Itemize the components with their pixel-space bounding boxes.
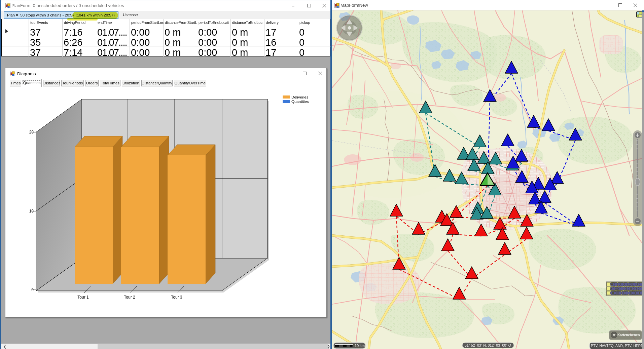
svg-text:51° 52´ 03″ N, 012° 03´ 00″ O: 51° 52´ 03″ N, 012° 03´ 00″ O — [465, 343, 511, 347]
svg-text:10 km: 10 km — [355, 344, 365, 348]
svg-text:PTV, NAVTEQ, AND, PTV, HERE: PTV, NAVTEQ, AND, PTV, HERE — [591, 344, 643, 348]
svg-text:Tour 3: Tour 3 — [171, 295, 182, 300]
svg-text:Tour 2: Tour 2 — [124, 295, 135, 300]
svg-text:Tour 1: Tour 1 — [77, 295, 89, 300]
svg-text:Deliveries: Deliveries — [291, 95, 309, 99]
svg-text:Kartenebenen: Kartenebenen — [617, 333, 640, 337]
svg-text:Quantities: Quantities — [291, 100, 309, 104]
